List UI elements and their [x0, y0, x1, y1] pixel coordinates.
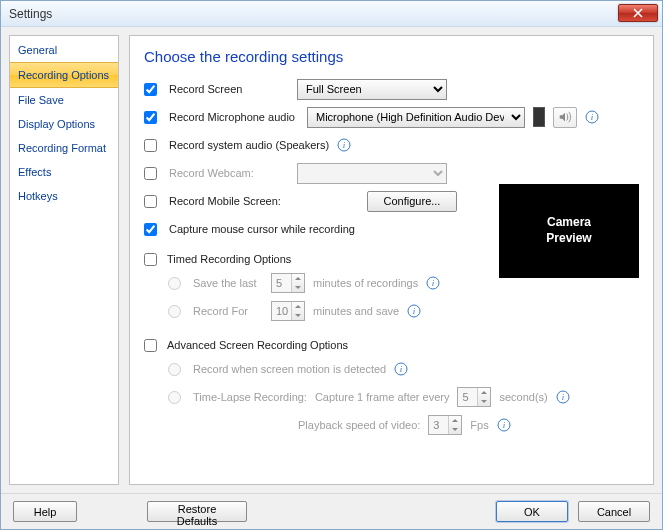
configure-button[interactable]: Configure... — [367, 191, 457, 212]
footer: Help Restore Defaults OK Cancel — [1, 493, 662, 529]
save-last-spinner: 5 — [271, 273, 305, 293]
client-area: General Recording Options File Save Disp… — [1, 27, 662, 493]
camera-preview-label: Camera Preview — [546, 215, 591, 246]
save-last-label: Save the last — [193, 277, 263, 289]
record-screen-mode-select[interactable]: Full Screen — [297, 79, 447, 100]
record-screen-label: Record Screen — [169, 83, 289, 95]
row-record-screen: Record Screen Full Screen — [144, 77, 639, 101]
record-mic-checkbox[interactable] — [144, 111, 157, 124]
svg-text:i: i — [413, 306, 416, 316]
help-button[interactable]: Help — [13, 501, 77, 522]
timelapse-info-icon[interactable]: i — [556, 390, 570, 404]
titlebar: Settings — [1, 1, 662, 27]
record-for-suffix: minutes and save — [313, 305, 399, 317]
capture-cursor-label: Capture mouse cursor while recording — [169, 223, 355, 235]
svg-text:i: i — [343, 140, 346, 150]
camera-preview: Camera Preview — [499, 184, 639, 278]
svg-text:i: i — [502, 420, 505, 430]
row-system-audio: Record system audio (Speakers) i — [144, 133, 639, 157]
mic-level-meter — [533, 107, 545, 127]
cancel-button[interactable]: Cancel — [578, 501, 650, 522]
motion-info-icon[interactable]: i — [394, 362, 408, 376]
svg-text:i: i — [591, 112, 594, 122]
row-playback: Playback speed of video: 3 Fps i — [298, 413, 639, 437]
mobile-checkbox[interactable] — [144, 195, 157, 208]
playback-prefix: Playback speed of video: — [298, 419, 420, 431]
svg-text:i: i — [400, 364, 403, 374]
sidebar-item-file-save[interactable]: File Save — [10, 88, 118, 112]
sidebar-item-recording-options[interactable]: Recording Options — [10, 62, 118, 88]
sidebar-item-effects[interactable]: Effects — [10, 160, 118, 184]
record-for-info-icon[interactable]: i — [407, 304, 421, 318]
advanced-group: Advanced Screen Recording Options Record… — [144, 333, 639, 437]
sidebar-item-recording-format[interactable]: Recording Format — [10, 136, 118, 160]
svg-text:i: i — [432, 278, 435, 288]
timelapse-capture-suffix: second(s) — [499, 391, 547, 403]
mic-device-select[interactable]: Microphone (High Definition Audio Device… — [307, 107, 525, 128]
motion-radio — [168, 363, 181, 376]
webcam-checkbox[interactable] — [144, 167, 157, 180]
advanced-checkbox[interactable] — [144, 339, 157, 352]
capture-cursor-checkbox[interactable] — [144, 223, 157, 236]
playback-spinner: 3 — [428, 415, 462, 435]
close-button[interactable] — [618, 4, 658, 22]
playback-suffix: Fps — [470, 419, 488, 431]
sidebar: General Recording Options File Save Disp… — [9, 35, 119, 485]
svg-text:i: i — [561, 392, 564, 402]
save-last-info-icon[interactable]: i — [426, 276, 440, 290]
settings-window: Settings General Recording Options File … — [0, 0, 663, 530]
timelapse-label: Time-Lapse Recording: — [193, 391, 307, 403]
main-panel: Choose the recording settings Record Scr… — [129, 35, 654, 485]
webcam-label: Record Webcam: — [169, 167, 289, 179]
timed-checkbox[interactable] — [144, 253, 157, 266]
mobile-label: Record Mobile Screen: — [169, 195, 359, 207]
sidebar-item-hotkeys[interactable]: Hotkeys — [10, 184, 118, 208]
timed-label: Timed Recording Options — [167, 253, 291, 265]
record-screen-checkbox[interactable] — [144, 83, 157, 96]
ok-button[interactable]: OK — [496, 501, 568, 522]
window-title: Settings — [9, 7, 52, 21]
advanced-label: Advanced Screen Recording Options — [167, 339, 348, 351]
record-mic-label: Record Microphone audio — [169, 111, 299, 123]
playback-info-icon[interactable]: i — [497, 418, 511, 432]
record-for-spinner: 10 — [271, 301, 305, 321]
speaker-icon — [558, 110, 572, 124]
save-last-radio — [168, 277, 181, 290]
sidebar-item-display-options[interactable]: Display Options — [10, 112, 118, 136]
mic-info-icon[interactable]: i — [585, 110, 599, 124]
row-timelapse: Time-Lapse Recording: Capture 1 frame af… — [168, 385, 639, 409]
mic-sound-button[interactable] — [553, 107, 577, 128]
timelapse-capture-prefix: Capture 1 frame after every — [315, 391, 450, 403]
motion-label: Record when screen motion is detected — [193, 363, 386, 375]
webcam-device-select — [297, 163, 447, 184]
save-last-suffix: minutes of recordings — [313, 277, 418, 289]
close-icon — [633, 8, 643, 18]
system-audio-info-icon[interactable]: i — [337, 138, 351, 152]
row-record-mic: Record Microphone audio Microphone (High… — [144, 105, 639, 129]
row-motion: Record when screen motion is detected i — [168, 357, 639, 381]
record-for-radio — [168, 305, 181, 318]
record-for-label: Record For — [193, 305, 263, 317]
timelapse-capture-spinner: 5 — [457, 387, 491, 407]
page-title: Choose the recording settings — [144, 48, 639, 65]
system-audio-checkbox[interactable] — [144, 139, 157, 152]
system-audio-label: Record system audio (Speakers) — [169, 139, 329, 151]
timelapse-radio — [168, 391, 181, 404]
row-webcam: Record Webcam: — [144, 161, 639, 185]
restore-defaults-button[interactable]: Restore Defaults — [147, 501, 247, 522]
row-record-for: Record For 10 minutes and save i — [168, 299, 639, 323]
sidebar-item-general[interactable]: General — [10, 38, 118, 62]
